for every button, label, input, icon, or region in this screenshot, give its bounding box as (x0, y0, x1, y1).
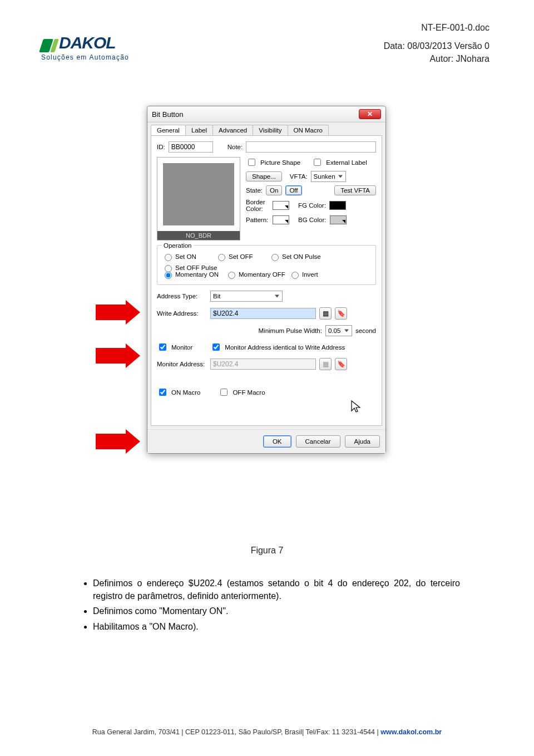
pattern-label: Pattern: (246, 217, 269, 223)
min-pulse-label: Minimum Pulse Width: (259, 327, 322, 334)
radio-set-on[interactable]: Set ON (162, 252, 213, 261)
monitor-address-label: Monitor Address: (157, 361, 207, 367)
state-off-button[interactable]: Off (285, 185, 301, 195)
monitor-address-input (210, 359, 316, 370)
tab-advanced[interactable]: Advanced (212, 125, 253, 135)
border-color-label: Border Color: (246, 199, 269, 212)
monitor-identical-label: Monitor Address identical to Write Addre… (225, 344, 345, 351)
tab-label[interactable]: Label (185, 125, 213, 135)
radio-momentary-off[interactable]: Momentary OFF (225, 270, 286, 279)
bullet-list: Definimos o endereço $U202.4 (estamos se… (71, 577, 460, 635)
tab-bar: General Label Advanced Visibility ON Mac… (147, 122, 385, 135)
footer-link[interactable]: www.dakol.com.br (380, 728, 442, 736)
bullet-item: Habilitamos a "ON Macro). (93, 620, 460, 633)
test-vfta-button[interactable]: Test VFTA (334, 185, 376, 195)
callout-arrow-icon (96, 305, 140, 320)
radio-momentary-on[interactable]: Momentary ON (162, 270, 223, 279)
doc-author: Autor: JNohara (384, 52, 490, 65)
tag-browser-icon: 🔖 (335, 358, 347, 370)
address-type-label: Address Type: (157, 293, 207, 300)
close-button[interactable]: ✕ (359, 109, 381, 119)
on-macro-checkbox[interactable] (159, 389, 166, 396)
vfta-combo[interactable]: Sunken (311, 171, 346, 182)
write-address-label: Write Address: (157, 310, 207, 317)
footer-text: Rua General Jardim, 703/41 | CEP 01223-0… (92, 728, 380, 736)
state-on-button[interactable]: On (266, 185, 282, 195)
help-button[interactable]: Ajuda (345, 435, 380, 448)
operation-title: Operation (162, 242, 194, 249)
doc-name: NT-EF-001-0.doc (384, 21, 490, 34)
shape-button[interactable]: Shape... (246, 171, 282, 181)
close-icon: ✕ (367, 110, 373, 118)
border-color-swatch[interactable] (273, 201, 289, 210)
monitor-label: Monitor (171, 344, 192, 351)
picture-shape-checkbox[interactable] (248, 159, 255, 166)
fg-color-label: FG Color: (298, 202, 326, 209)
logo-subtitle: Soluções em Automação (41, 53, 129, 61)
cancel-button[interactable]: Cancelar (296, 435, 340, 448)
write-address-input[interactable] (210, 308, 316, 319)
min-pulse-combo[interactable]: 0.05 (325, 325, 352, 336)
cursor-icon (350, 400, 362, 416)
figure-caption: Figura 7 (0, 546, 534, 556)
radio-set-on-pulse[interactable]: Set ON Pulse (269, 252, 321, 261)
logo-text: DAKOL (59, 33, 116, 52)
logo-mark-icon (41, 39, 57, 52)
tab-on-macro[interactable]: ON Macro (288, 125, 329, 135)
doc-date: Data: 08/03/2013 Versão 0 (384, 40, 490, 52)
keypad-icon: ▦ (319, 358, 332, 370)
state-label: State: (246, 187, 263, 194)
monitor-identical-checkbox[interactable] (212, 343, 220, 351)
id-input[interactable] (169, 141, 213, 153)
vfta-label: VFTA: (290, 173, 308, 180)
id-label: ID: (157, 144, 165, 150)
dialog-button-row: OK Cancelar Ajuda (147, 429, 385, 453)
bg-color-label: BG Color: (298, 217, 327, 223)
preview-caption: NO_BDR (157, 231, 240, 240)
bg-color-swatch[interactable] (330, 215, 347, 224)
operation-group: Operation Set ON Set OFF Set ON Pulse Se… (157, 245, 376, 285)
radio-invert[interactable]: Invert (289, 270, 340, 279)
page-header: DAKOL Soluções em Automação NT-EF-001-0.… (0, 0, 534, 84)
tab-panel-general: ID: Note: NO_BDR Picture Shape External … (151, 135, 382, 426)
min-pulse-unit: second (355, 327, 376, 334)
bullet-item: Definimos o endereço $U202.4 (estamos se… (93, 577, 460, 602)
on-macro-label: ON Macro (171, 389, 200, 396)
logo: DAKOL Soluções em Automação (41, 33, 129, 61)
picture-shape-label: Picture Shape (260, 159, 300, 166)
dialog-title: Bit Button (152, 110, 183, 119)
shape-preview: NO_BDR (157, 157, 240, 240)
tab-visibility[interactable]: Visibility (253, 125, 288, 135)
callout-arrow-icon (96, 434, 140, 449)
ok-button[interactable]: OK (263, 435, 291, 448)
external-label-label: External Label (326, 159, 367, 166)
tab-general[interactable]: General (151, 125, 186, 135)
monitor-checkbox[interactable] (159, 343, 166, 351)
radio-set-off[interactable]: Set OFF (215, 252, 266, 261)
callout-arrow-icon (96, 348, 140, 364)
page-footer: Rua General Jardim, 703/41 | CEP 01223-0… (0, 728, 534, 736)
fg-color-swatch[interactable] (329, 201, 346, 210)
off-macro-checkbox[interactable] (220, 389, 228, 396)
pattern-swatch[interactable] (273, 215, 289, 224)
off-macro-label: OFF Macro (233, 389, 265, 396)
note-input[interactable] (246, 141, 376, 153)
bit-button-dialog: Bit Button ✕ General Label Advanced Visi… (147, 106, 386, 454)
tag-browser-icon[interactable]: 🔖 (335, 307, 347, 320)
keypad-icon[interactable]: ▦ (319, 307, 332, 320)
bullet-item: Definimos como "Momentary ON". (93, 605, 460, 617)
dialog-titlebar: Bit Button ✕ (147, 106, 385, 122)
external-label-checkbox[interactable] (314, 159, 321, 166)
address-type-combo[interactable]: Bit (210, 291, 283, 302)
note-label: Note: (228, 144, 243, 150)
